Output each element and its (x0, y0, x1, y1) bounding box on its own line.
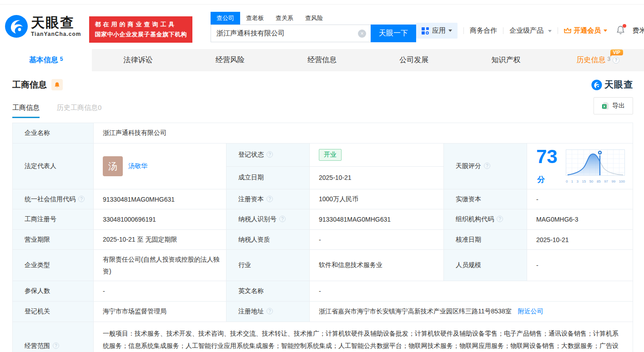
tab-label: 公司发展 (399, 55, 428, 65)
notifications-button[interactable] (616, 25, 625, 36)
tab-basic-info[interactable]: 基本信息 5 (0, 49, 92, 71)
search-tabs: 查公司 查老板 查关系 查风险 (211, 12, 416, 25)
bell-icon (54, 82, 60, 88)
field-label-business-term: 营业期限 (13, 230, 94, 250)
search-tab-company[interactable]: 查公司 (211, 12, 240, 25)
tab-history-info[interactable]: VIP 历史信息 3 ? (552, 49, 644, 71)
tianyancha-logo-icon (591, 79, 602, 90)
help-icon[interactable]: ? (279, 216, 286, 222)
username: 费米 (632, 26, 644, 35)
reg-address-text: 浙江省嘉兴市海宁市长安镇海宁高新技术产业园区纬三路11号8538室 (319, 307, 512, 315)
business-info-table: 企业名称 浙江声通科技有限公司 法定代表人 汤 汤敬华 登记状态? 开业 天眼评… (12, 123, 633, 352)
tab-company-development[interactable]: 公司发展 (368, 49, 460, 71)
field-value-business-scope: 一般项目：技术服务、技术开发、技术咨询、技术交流、技术转让、技术推广；计算机软硬… (94, 322, 633, 352)
search-button[interactable]: 天眼一下 (371, 25, 416, 42)
help-icon[interactable]: ? (78, 196, 85, 202)
subscribe-bell-button[interactable] (51, 79, 63, 90)
user-menu[interactable]: 费米 (632, 26, 644, 35)
field-value-business-term: 2025-10-21 至 无固定期限 (94, 230, 226, 250)
menu-item-enterprise[interactable]: 企业级产品 (509, 26, 552, 35)
field-label-credit-code: 统一社会信用代码? (13, 189, 94, 209)
field-label-text: 纳税人识别号 (238, 215, 277, 223)
watermark-logo: 天眼查 (591, 79, 633, 91)
tab-count: 5 (60, 56, 63, 62)
subtab-business-info[interactable]: 工商信息 (12, 104, 40, 118)
svg-text:X: X (603, 104, 606, 109)
apps-menu-button[interactable]: 应用 (416, 23, 458, 39)
field-value-credit-code: 91330481MAG0MHG631 (94, 189, 226, 209)
help-icon[interactable]: ? (267, 308, 273, 314)
export-button[interactable]: X 导出 (594, 97, 633, 114)
page-header: 天眼查 TianYanCha.com 都在用的商业查询工具 国家中小企业发展子基… (0, 4, 644, 45)
field-value-reg-number: 330481000696191 (94, 209, 226, 230)
field-label-org-code: 组织机构代码? (444, 209, 527, 230)
field-label-business-scope: 经营范围? (13, 322, 94, 352)
field-value-reg-authority: 海宁市市场监督管理局 (94, 302, 226, 322)
field-value-legal-rep: 汤 汤敬华 (94, 144, 226, 189)
promo-banner: 都在用的商业查询工具 国家中小企业发展子基金旗下机构 (89, 16, 192, 43)
tab-intellectual-property[interactable]: 知识产权 (460, 49, 552, 71)
help-icon[interactable]: ? (497, 216, 503, 222)
company-nav-tabs: 基本信息 5 法律诉讼 经营风险 经营信息 公司发展 知识产权 VIP 历史信息… (0, 49, 644, 71)
help-icon[interactable]: ? (484, 163, 490, 169)
logo-domain: TianYanCha.com (31, 31, 81, 37)
help-icon[interactable]: ? (53, 342, 59, 349)
field-label-reg-authority: 登记机关 (13, 302, 94, 322)
vip-membership-button[interactable]: 开通会员 (564, 26, 607, 35)
logo-title: 天眼查 (31, 15, 75, 30)
field-value-score: 73分 (527, 144, 633, 189)
caret-down-icon (448, 30, 452, 32)
legal-rep-avatar[interactable]: 汤 (103, 156, 123, 176)
field-value-insured-count: - (94, 281, 226, 302)
field-value-reg-capital: 1000万人民币 (310, 189, 444, 209)
tab-operating-risk[interactable]: 经营风险 (184, 49, 276, 71)
field-value-taxpayer-quality: - (310, 230, 444, 250)
vip-label: 开通会员 (574, 26, 601, 35)
field-label-score: 天眼评分? (444, 144, 527, 189)
table-row: 法定代表人 汤 汤敬华 登记状态? 开业 天眼评分? 73分 (13, 144, 633, 167)
field-label-taxpayer-quality: 纳税人资质 (226, 230, 310, 250)
field-label-text: 经营范围 (25, 342, 50, 349)
help-icon[interactable]: ? (267, 196, 273, 202)
legal-rep-link[interactable]: 汤敬华 (128, 162, 147, 170)
tab-label: 知识产权 (492, 55, 521, 65)
nearby-companies-link[interactable]: 附近公司 (518, 307, 543, 315)
score-distribution-chart: 0131550859799100 (565, 149, 625, 183)
search-tab-risk[interactable]: 查风险 (299, 12, 329, 25)
logo-text: 天眼查 TianYanCha.com (31, 15, 81, 37)
watermark-text: 天眼查 (604, 79, 633, 91)
score-chart-ticks: 0131550859799100 (565, 179, 625, 183)
business-info-table-wrap: 企业名称 浙江声通科技有限公司 法定代表人 汤 汤敬华 登记状态? 开业 天眼评… (0, 118, 644, 352)
tab-operating-info[interactable]: 经营信息 (276, 49, 368, 71)
tab-label: 基本信息 (29, 55, 58, 65)
field-label-staff-size: 人员规模 (444, 250, 527, 281)
field-value-taxpayer-id: 91330481MAG0MHG631 (310, 209, 444, 230)
tianyancha-logo-icon (5, 15, 28, 38)
field-value-staff-size: - (527, 250, 633, 281)
tab-legal-litigation[interactable]: 法律诉讼 (92, 49, 184, 71)
field-value-company-type: 有限责任公司(自然人投资或控股的法人独资) (94, 250, 226, 281)
clear-icon[interactable]: × (358, 30, 366, 38)
field-value-establish-date: 2025-10-21 (310, 166, 444, 189)
table-row: 统一社会信用代码? 91330481MAG0MHG631 注册资本? 1000万… (13, 189, 633, 209)
status-badge: 开业 (319, 149, 342, 161)
score-value: 73 (536, 146, 558, 167)
menu-item-cooperation[interactable]: 商务合作 (470, 26, 497, 35)
search-tab-relation[interactable]: 查关系 (270, 12, 299, 25)
subtab-history-business-info[interactable]: 历史工商信息0 (57, 104, 101, 118)
search-tab-boss[interactable]: 查老板 (240, 12, 270, 25)
field-value-reg-address: 浙江省嘉兴市海宁市长安镇海宁高新技术产业园区纬三路11号8538室 附近公司 (310, 302, 633, 322)
notification-dot (623, 24, 626, 28)
table-row: 参保人数 - 英文名称 - (13, 281, 633, 302)
excel-icon: X (602, 102, 609, 109)
field-label-text: 天眼评分 (456, 162, 481, 169)
apps-label: 应用 (432, 26, 446, 35)
help-icon[interactable]: ? (267, 151, 273, 158)
crown-icon (564, 28, 571, 34)
search-input[interactable] (211, 25, 371, 42)
field-value-industry: 软件和信息技术服务业 (310, 250, 444, 281)
help-icon[interactable]: ? (613, 57, 619, 64)
table-row: 企业类型 有限责任公司(自然人投资或控股的法人独资) 行业 软件和信息技术服务业… (13, 250, 633, 281)
search-area: 查公司 查老板 查关系 查风险 × 天眼一下 (211, 12, 416, 42)
tianyancha-logo[interactable]: 天眼查 TianYanCha.com (5, 15, 81, 38)
